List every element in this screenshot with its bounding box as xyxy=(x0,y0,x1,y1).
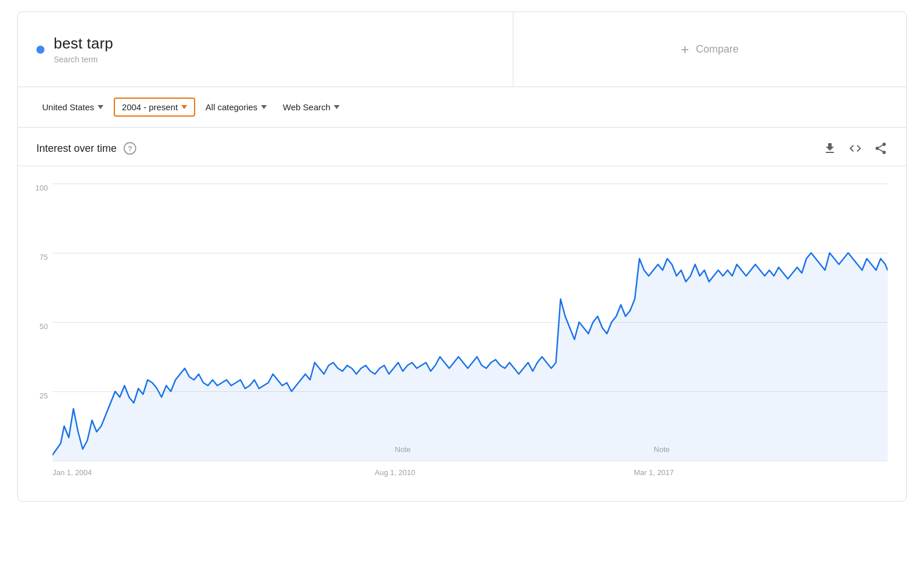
main-container: best tarp Search term + Compare United S… xyxy=(17,12,907,502)
country-label: United States xyxy=(42,102,94,112)
section-title-group: Interest over time ? xyxy=(36,142,136,155)
section-header: Interest over time ? xyxy=(18,128,906,166)
y-label-100: 100 xyxy=(25,184,48,192)
search-term-text: best tarp xyxy=(54,35,113,53)
search-term-info: best tarp Search term xyxy=(54,35,113,64)
section-actions xyxy=(823,141,888,155)
country-filter[interactable]: United States xyxy=(36,99,109,115)
section-title: Interest over time xyxy=(36,143,117,155)
country-arrow-icon xyxy=(98,105,103,109)
time-range-filter[interactable]: 2004 - present xyxy=(114,98,195,117)
y-axis: 25 50 75 100 xyxy=(25,184,48,461)
x-axis: Jan 1, 2004 Aug 1, 2010 Mar 1, 2017 xyxy=(53,468,888,477)
compare-label: Compare xyxy=(696,43,739,55)
x-label-end: Mar 1, 2017 xyxy=(634,468,673,477)
category-filter[interactable]: All categories xyxy=(200,99,273,115)
download-icon[interactable] xyxy=(823,141,837,155)
grid-line-0 xyxy=(53,461,888,461)
y-label-50: 50 xyxy=(25,322,48,331)
compare-button[interactable]: + Compare xyxy=(672,37,748,62)
y-label-25: 25 xyxy=(25,391,48,400)
search-type-arrow-icon xyxy=(334,105,340,109)
embed-icon[interactable] xyxy=(848,141,862,155)
time-range-label: 2004 - present xyxy=(122,102,178,112)
search-type-filter[interactable]: Web Search xyxy=(277,99,345,115)
compare-plus-icon: + xyxy=(681,42,689,58)
time-range-arrow-icon xyxy=(181,105,187,109)
note-label-2: Note xyxy=(654,445,669,454)
filters-row: United States 2004 - present All categor… xyxy=(18,87,906,128)
x-label-mid: Aug 1, 2010 xyxy=(375,468,415,477)
compare-section: + Compare xyxy=(513,12,906,87)
search-term-label: Search term xyxy=(54,55,113,64)
note-label-1: Note xyxy=(395,445,411,454)
category-arrow-icon xyxy=(261,105,267,109)
chart-inner: 25 50 75 100 xyxy=(53,184,888,484)
x-label-start: Jan 1, 2004 xyxy=(53,468,92,477)
trend-chart xyxy=(53,184,888,461)
search-term-section: best tarp Search term xyxy=(18,12,513,87)
share-icon[interactable] xyxy=(874,141,888,155)
search-type-label: Web Search xyxy=(283,102,330,112)
search-row: best tarp Search term + Compare xyxy=(18,12,906,87)
chart-container: 25 50 75 100 xyxy=(18,166,906,501)
help-icon[interactable]: ? xyxy=(124,142,136,155)
search-dot xyxy=(36,46,44,54)
y-label-75: 75 xyxy=(25,253,48,262)
category-label: All categories xyxy=(206,102,258,112)
